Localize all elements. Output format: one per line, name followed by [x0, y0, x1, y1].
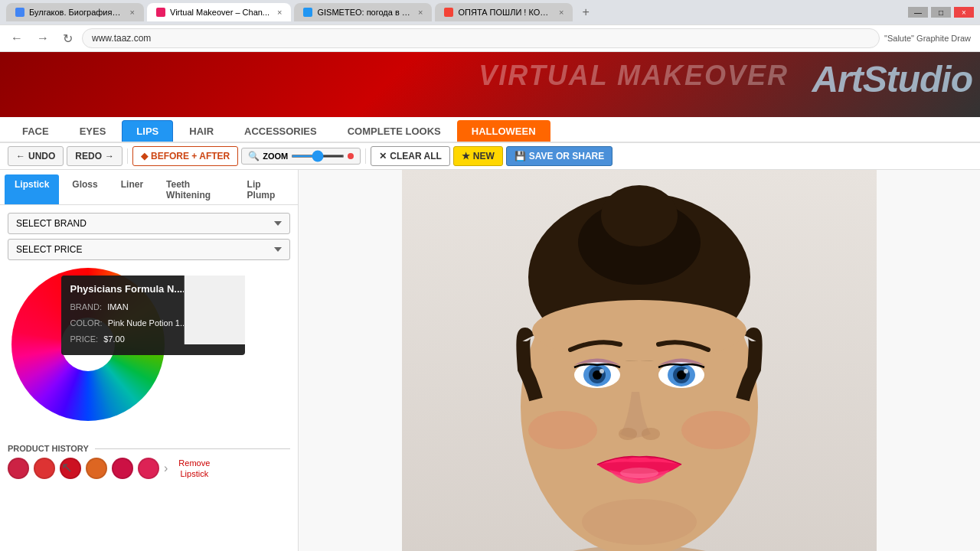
tab-2[interactable]: Virtual Makeover – Chan... × [147, 3, 291, 21]
save-share-label: SAVE OR SHARE [529, 151, 604, 161]
new-tab-button[interactable]: + [576, 2, 595, 22]
browser-navbar: ← → ↻ "Salute" Graphite Draw [0, 24, 980, 52]
page-header: VIRTUAL MAKEOVER ArtStudio [0, 52, 980, 117]
minimize-button[interactable]: — [908, 7, 928, 18]
page-content: VIRTUAL MAKEOVER ArtStudio FACE EYES LIP… [0, 52, 980, 551]
page-title: VIRTUAL MAKEOVER [479, 60, 789, 92]
undo-button[interactable]: ← UNDO [8, 146, 64, 166]
main-nav: FACE EYES LIPS HAIR ACCESSORIES COMPLETE… [0, 117, 980, 143]
nav-complete-looks[interactable]: COMPLETE LOOKS [333, 120, 456, 142]
before-after-icon: ◆ [141, 151, 148, 161]
main-layout: Lipstick Gloss Liner Teeth Whitening Lip… [0, 170, 980, 551]
subnav-gloss[interactable]: Gloss [62, 174, 107, 204]
forward-button[interactable]: → [32, 30, 54, 47]
svg-point-20 [528, 411, 597, 449]
window-controls: — □ × [908, 7, 974, 18]
reload-button[interactable]: ↻ [58, 30, 77, 47]
svg-point-19 [642, 428, 660, 440]
save-icon: 💾 [514, 151, 526, 161]
sub-nav: Lipstick Gloss Liner Teeth Whitening Lip… [0, 170, 298, 205]
color-value: Pink Nude Potion 1.... [108, 318, 189, 328]
before-after-label: BEFORE + AFTER [151, 151, 230, 161]
svg-point-23 [582, 499, 697, 545]
remove-lipstick-button[interactable]: RemoveLipstick [178, 458, 210, 480]
tab-1-close[interactable]: × [130, 8, 135, 17]
tab-4[interactable]: ОПЯТА ПОШЛИ ! КОРЗИН... × [435, 3, 573, 21]
nav-lips[interactable]: LIPS [122, 120, 173, 142]
tab-3-favicon [303, 8, 312, 17]
tab-4-label: ОПЯТА ПОШЛИ ! КОРЗИН... [458, 8, 551, 17]
swatch-6[interactable] [138, 458, 159, 479]
subnav-lipstick[interactable]: Lipstick [5, 174, 59, 204]
cursor-indicator: ↖ [61, 459, 73, 476]
brand-select[interactable]: SELECT BRAND [8, 213, 290, 234]
price-select[interactable]: SELECT PRICE [8, 239, 290, 260]
clear-all-icon: ✕ [379, 151, 387, 161]
zoom-slider[interactable] [291, 155, 345, 158]
left-panel: Lipstick Gloss Liner Teeth Whitening Lip… [0, 170, 299, 551]
close-button[interactable]: × [954, 7, 974, 18]
tab-2-label: Virtual Makeover – Chan... [170, 8, 270, 17]
new-button[interactable]: ★ NEW [453, 146, 503, 166]
swatch-1[interactable] [8, 458, 29, 479]
nav-face[interactable]: FACE [8, 120, 64, 142]
svg-point-12 [599, 369, 604, 373]
undo-label: UNDO [28, 151, 55, 161]
product-history-label: PRODUCT HISTORY [8, 444, 290, 453]
subnav-liner[interactable]: Liner [111, 174, 153, 204]
tab-4-close[interactable]: × [559, 8, 564, 17]
clear-all-label: CLEAR ALL [390, 151, 442, 161]
brand-label: BRAND: [70, 302, 103, 311]
browser-titlebar: Булгаков. Биография. Скр... × Virtual Ma… [0, 0, 980, 24]
tab-3-close[interactable]: × [418, 8, 423, 17]
maximize-button[interactable]: □ [931, 7, 951, 18]
model-photo-svg [402, 170, 877, 551]
subnav-teeth-whitening[interactable]: Teeth Whitening [156, 174, 234, 204]
clear-all-button[interactable]: ✕ CLEAR ALL [371, 146, 450, 166]
tab-2-favicon [156, 8, 165, 17]
svg-point-17 [684, 369, 688, 373]
before-after-button[interactable]: ◆ BEFORE + AFTER [132, 146, 238, 166]
redo-arrow-icon: → [105, 151, 114, 161]
redo-label: REDO [75, 151, 102, 161]
brand-value: IMAN [107, 302, 129, 311]
save-share-button[interactable]: 💾 SAVE OR SHARE [506, 146, 612, 166]
nav-accessories[interactable]: ACCESSORIES [230, 120, 332, 142]
redo-button[interactable]: REDO → [67, 146, 122, 166]
swatches-arrow[interactable]: › [164, 461, 168, 475]
product-preview [184, 276, 245, 344]
nav-eyes[interactable]: EYES [65, 120, 121, 142]
product-history: PRODUCT HISTORY › RemoveLipstick [0, 436, 298, 487]
address-bar[interactable] [82, 28, 880, 48]
nav-halloween[interactable]: HALLOWEEN [457, 120, 550, 142]
svg-point-22 [620, 468, 658, 478]
svg-point-6 [601, 185, 678, 246]
product-tooltip: Physicians Formula N.... BRAND: IMAN COL… [61, 276, 245, 355]
swatch-2[interactable] [34, 458, 55, 479]
tab-3[interactable]: GISMETEO: погода в Гоме... × [294, 3, 432, 21]
separator-2 [365, 148, 366, 164]
svg-point-21 [681, 411, 750, 449]
new-label: NEW [473, 151, 495, 161]
tab-2-close[interactable]: × [277, 8, 282, 17]
color-wheel-area: ↖ Physicians Formula N.... BRAND: IMAN C… [4, 268, 295, 429]
color-label: COLOR: [70, 318, 103, 328]
zoom-label: ZOOM [263, 152, 288, 161]
panel-controls: SELECT BRAND SELECT PRICE [0, 205, 298, 268]
sub-toolbar: ← UNDO REDO → ◆ BEFORE + AFTER 🔍 ZOOM ✕ … [0, 143, 980, 170]
tab-4-favicon [444, 8, 453, 17]
swatch-5[interactable] [112, 458, 133, 479]
pencil-note: "Salute" Graphite Draw [884, 34, 971, 43]
zoom-icon: 🔍 [248, 151, 260, 161]
zoom-marker [348, 153, 354, 159]
undo-arrow-icon: ← [16, 151, 25, 161]
tab-1[interactable]: Булгаков. Биография. Скр... × [6, 3, 144, 21]
tab-1-label: Булгаков. Биография. Скр... [29, 8, 122, 17]
artstudio-watermark: ArtStudio [812, 58, 972, 100]
nav-hair[interactable]: HAIR [175, 120, 228, 142]
subnav-lip-plump[interactable]: Lip Plump [237, 174, 293, 204]
swatch-4[interactable] [86, 458, 107, 479]
back-button[interactable]: ← [6, 30, 28, 47]
zoom-control: 🔍 ZOOM [241, 148, 361, 165]
svg-point-7 [532, 300, 746, 361]
